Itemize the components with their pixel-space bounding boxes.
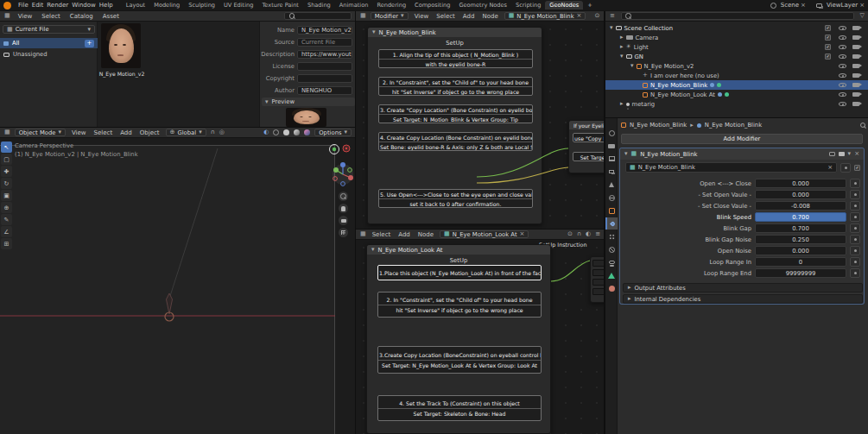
- tab-tool[interactable]: [605, 127, 618, 139]
- outliner-item-label[interactable]: metarig: [632, 101, 656, 108]
- copyright-field[interactable]: [297, 74, 352, 83]
- collapse-icon[interactable]: ▾: [371, 247, 375, 253]
- add-catalog-button[interactable]: +: [85, 40, 94, 47]
- asset-menu-catalog[interactable]: Catalog: [68, 13, 95, 20]
- input-value-field[interactable]: 0: [755, 257, 846, 267]
- preview-panel-header[interactable]: ▾ Preview: [262, 97, 355, 106]
- disclosure-icon[interactable]: ▾: [630, 63, 634, 69]
- modifier-wrench-icon[interactable]: [718, 92, 722, 97]
- menu-render[interactable]: Render: [45, 2, 70, 9]
- render-toggle-camera-icon[interactable]: [852, 83, 859, 87]
- tab-world[interactable]: [605, 192, 618, 204]
- pin-icon[interactable]: ⊙: [567, 231, 573, 237]
- asset-menu-select[interactable]: Select: [40, 13, 62, 20]
- menu-window[interactable]: Window: [70, 2, 98, 9]
- outliner-item-label[interactable]: N_Eye Motion_Blink: [650, 82, 707, 89]
- editor-type-icon[interactable]: ▦: [360, 13, 366, 19]
- menu-edit[interactable]: Edit: [30, 2, 46, 9]
- snap-magnet-icon[interactable]: ∩: [577, 231, 581, 237]
- catalog-row-unassigned[interactable]: Unassigned: [0, 49, 98, 60]
- workspace-tab-rendering[interactable]: Rendering: [372, 1, 410, 9]
- outliner-item-label[interactable]: Light: [634, 44, 649, 51]
- input-attribute-toggle[interactable]: [850, 223, 860, 233]
- tool-rotate[interactable]: ↻: [1, 178, 12, 189]
- node-eyelid-note[interactable]: If your Eyelid is control b... use "Copy…: [568, 120, 605, 173]
- tool-tweak[interactable]: ▢: [1, 154, 12, 165]
- breadcrumb-modifier-name[interactable]: N_Eye Motion_Blink: [705, 122, 762, 129]
- outliner-row-eye-motion-look-at[interactable]: N_Eye Motion_Look At: [605, 90, 868, 99]
- collection-checkbox[interactable]: ✓: [825, 35, 831, 41]
- tab-physics[interactable]: [605, 243, 618, 255]
- render-toggle-camera-icon[interactable]: [852, 26, 859, 30]
- viewport-menu-object[interactable]: Object: [138, 129, 162, 136]
- modifier-name[interactable]: N_Eye Motion_Blink: [640, 151, 697, 158]
- input-attribute-toggle[interactable]: [850, 201, 860, 211]
- editor-type-icon[interactable]: ▦: [4, 13, 10, 19]
- editor-type-icon[interactable]: ▦: [4, 129, 10, 135]
- license-field[interactable]: [297, 62, 352, 71]
- internal-dependencies-section[interactable]: ▸ Internal Dependencies: [623, 294, 863, 304]
- workspace-tab-scripting[interactable]: Scripting: [511, 1, 545, 9]
- input-attribute-toggle[interactable]: [850, 190, 860, 199]
- input-attribute-toggle[interactable]: [850, 268, 860, 278]
- breadcrumb-object-name[interactable]: N_Eye Motion_Blink: [630, 122, 687, 129]
- disclosure-icon[interactable]: ▸: [620, 101, 624, 107]
- outliner-item-label[interactable]: N_Eye Motion_v2: [644, 63, 694, 70]
- workspace-tab-uv-editing[interactable]: UV Editing: [219, 1, 257, 9]
- menu-icon[interactable]: ≡: [595, 231, 600, 237]
- menu-file[interactable]: File: [16, 2, 30, 9]
- tool-add-cube[interactable]: ⊞: [1, 238, 12, 249]
- editor-type-icon[interactable]: ▦: [360, 231, 366, 237]
- outliner-row-camera[interactable]: ▸ Camera ✓: [605, 33, 868, 42]
- node-partial-right[interactable]: [590, 256, 605, 303]
- input-value-field[interactable]: 99999999: [755, 268, 846, 278]
- tool-select-box[interactable]: ↖: [1, 142, 12, 153]
- add-modifier-button[interactable]: Add Modifier: [621, 134, 863, 144]
- fake-user-checkbox[interactable]: ✓: [854, 165, 860, 171]
- disclosure-icon[interactable]: ▾: [620, 53, 624, 60]
- unlink-icon[interactable]: ×: [577, 13, 582, 19]
- pan-control[interactable]: [339, 204, 348, 213]
- disclosure-icon[interactable]: ▸: [620, 35, 624, 41]
- instruction-step-1[interactable]: 1.Place this object (N_Eye Motion_Look A…: [377, 265, 542, 280]
- camera-view-control[interactable]: [339, 216, 348, 225]
- instruction-step-4[interactable]: 4. Set the Track To (Constraint) on this…: [377, 395, 542, 421]
- outliner-item-label[interactable]: Camera: [636, 35, 659, 41]
- outliner-row-eye-motion-blink-selected[interactable]: N_Eye Motion_Blink: [605, 80, 868, 90]
- collapse-icon[interactable]: ▾: [372, 29, 376, 35]
- render-toggle-camera-icon[interactable]: [852, 73, 859, 78]
- scene-selector[interactable]: Scene: [779, 2, 801, 9]
- viewport-menu-select[interactable]: Select: [92, 129, 115, 136]
- tab-constraints[interactable]: [605, 256, 618, 268]
- asset-search-input[interactable]: [284, 12, 352, 20]
- description-field[interactable]: https://www.youtu...: [297, 50, 352, 59]
- hide-toggle-eye-icon[interactable]: [839, 35, 846, 40]
- proportional-edit-icon[interactable]: ◎: [219, 129, 225, 135]
- hide-toggle-eye-icon[interactable]: [839, 45, 846, 49]
- input-value-field[interactable]: 0.250: [755, 235, 846, 244]
- node-header[interactable]: ▾ N_Eye Motion_Blink: [368, 28, 542, 37]
- new-node-group-button[interactable]: [840, 163, 851, 173]
- name-field[interactable]: N_Eye Motion_v2: [297, 26, 352, 35]
- collection-checkbox[interactable]: ✓: [825, 53, 831, 60]
- pin-icon[interactable]: ⊙: [594, 13, 599, 19]
- input-attribute-toggle[interactable]: [850, 179, 860, 188]
- input-value-field[interactable]: 0.000: [755, 246, 846, 255]
- workspace-tab-layout[interactable]: Layout: [122, 1, 149, 9]
- outliner-row-metarig[interactable]: ▸ metarig: [605, 99, 868, 109]
- workspace-tab-sculpting[interactable]: Sculpting: [184, 1, 219, 9]
- node-group-field[interactable]: ▦ N_Eye Motion_Blink ×: [625, 162, 837, 173]
- tab-particles[interactable]: [605, 230, 618, 242]
- node-menu-select[interactable]: Select: [434, 13, 457, 20]
- node-menu-view[interactable]: View: [413, 13, 431, 20]
- asset-thumbnail-label[interactable]: N_Eye Motion_v2: [98, 71, 146, 77]
- outliner-row-eye-motion-v2[interactable]: ▾ N_Eye Motion_v2: [605, 61, 868, 71]
- input-value-field[interactable]: -0.008: [755, 201, 846, 211]
- realtime-toggle-icon[interactable]: [839, 152, 845, 156]
- tab-material[interactable]: [605, 282, 618, 294]
- outliner-row-light[interactable]: ▸ ☀ Light ✓: [605, 42, 868, 52]
- snap-magnet-icon[interactable]: ∩: [211, 129, 215, 135]
- render-toggle-camera-icon[interactable]: [852, 64, 859, 68]
- unlink-icon[interactable]: ×: [827, 165, 833, 171]
- input-attribute-toggle[interactable]: [850, 246, 860, 255]
